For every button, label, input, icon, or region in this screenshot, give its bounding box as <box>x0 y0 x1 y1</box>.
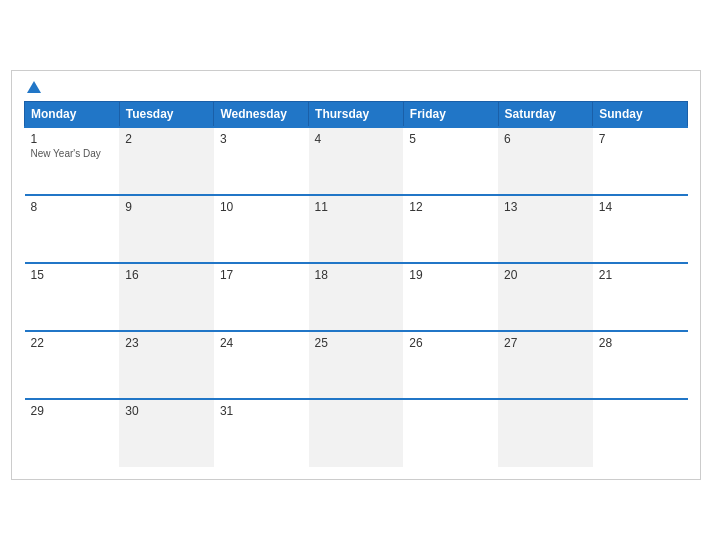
day-cell: 19 <box>403 263 498 331</box>
day-cell: 20 <box>498 263 593 331</box>
day-cell: 11 <box>309 195 404 263</box>
day-number: 19 <box>409 268 492 282</box>
day-cell <box>593 399 688 467</box>
day-number: 16 <box>125 268 208 282</box>
day-cell: 18 <box>309 263 404 331</box>
day-cell: 4 <box>309 127 404 195</box>
week-row-2: 891011121314 <box>25 195 688 263</box>
day-headers-row: MondayTuesdayWednesdayThursdayFridaySatu… <box>25 102 688 128</box>
day-number: 17 <box>220 268 303 282</box>
week-row-1: 1New Year's Day234567 <box>25 127 688 195</box>
day-cell <box>403 399 498 467</box>
day-number: 24 <box>220 336 303 350</box>
day-number: 22 <box>31 336 114 350</box>
logo-blue-area <box>24 81 41 93</box>
day-number: 14 <box>599 200 682 214</box>
day-number: 5 <box>409 132 492 146</box>
day-number: 12 <box>409 200 492 214</box>
day-cell: 15 <box>25 263 120 331</box>
day-number: 4 <box>315 132 398 146</box>
day-cell: 14 <box>593 195 688 263</box>
day-cell: 12 <box>403 195 498 263</box>
day-number: 28 <box>599 336 682 350</box>
day-header-sunday: Sunday <box>593 102 688 128</box>
day-cell: 8 <box>25 195 120 263</box>
week-row-4: 22232425262728 <box>25 331 688 399</box>
calendar-table: MondayTuesdayWednesdayThursdayFridaySatu… <box>24 101 688 467</box>
day-number: 27 <box>504 336 587 350</box>
day-number: 13 <box>504 200 587 214</box>
day-number: 8 <box>31 200 114 214</box>
day-number: 26 <box>409 336 492 350</box>
day-number: 10 <box>220 200 303 214</box>
day-cell: 25 <box>309 331 404 399</box>
day-number: 18 <box>315 268 398 282</box>
day-header-wednesday: Wednesday <box>214 102 309 128</box>
day-number: 30 <box>125 404 208 418</box>
day-cell: 2 <box>119 127 214 195</box>
day-cell: 6 <box>498 127 593 195</box>
day-number: 2 <box>125 132 208 146</box>
day-cell: 23 <box>119 331 214 399</box>
day-number: 21 <box>599 268 682 282</box>
day-cell: 30 <box>119 399 214 467</box>
day-cell: 17 <box>214 263 309 331</box>
day-cell: 29 <box>25 399 120 467</box>
week-row-3: 15161718192021 <box>25 263 688 331</box>
day-number: 9 <box>125 200 208 214</box>
logo-area <box>24 81 41 93</box>
day-number: 23 <box>125 336 208 350</box>
week-row-5: 293031 <box>25 399 688 467</box>
day-number: 3 <box>220 132 303 146</box>
day-cell: 7 <box>593 127 688 195</box>
day-cell: 3 <box>214 127 309 195</box>
day-header-monday: Monday <box>25 102 120 128</box>
holiday-label: New Year's Day <box>31 148 114 159</box>
day-header-tuesday: Tuesday <box>119 102 214 128</box>
day-cell: 5 <box>403 127 498 195</box>
day-number: 29 <box>31 404 114 418</box>
day-number: 15 <box>31 268 114 282</box>
day-cell: 13 <box>498 195 593 263</box>
day-header-friday: Friday <box>403 102 498 128</box>
day-cell: 10 <box>214 195 309 263</box>
day-cell: 26 <box>403 331 498 399</box>
day-cell: 27 <box>498 331 593 399</box>
day-cell <box>309 399 404 467</box>
day-number: 1 <box>31 132 114 146</box>
day-cell: 21 <box>593 263 688 331</box>
day-cell: 9 <box>119 195 214 263</box>
day-number: 11 <box>315 200 398 214</box>
calendar-header <box>24 81 688 93</box>
day-number: 6 <box>504 132 587 146</box>
day-header-thursday: Thursday <box>309 102 404 128</box>
calendar-wrapper: MondayTuesdayWednesdayThursdayFridaySatu… <box>11 70 701 480</box>
day-cell: 31 <box>214 399 309 467</box>
day-number: 25 <box>315 336 398 350</box>
day-cell: 1New Year's Day <box>25 127 120 195</box>
day-cell: 28 <box>593 331 688 399</box>
day-header-saturday: Saturday <box>498 102 593 128</box>
day-number: 20 <box>504 268 587 282</box>
day-cell <box>498 399 593 467</box>
logo-triangle-icon <box>27 81 41 93</box>
day-cell: 16 <box>119 263 214 331</box>
day-cell: 24 <box>214 331 309 399</box>
day-number: 7 <box>599 132 682 146</box>
day-cell: 22 <box>25 331 120 399</box>
day-number: 31 <box>220 404 303 418</box>
